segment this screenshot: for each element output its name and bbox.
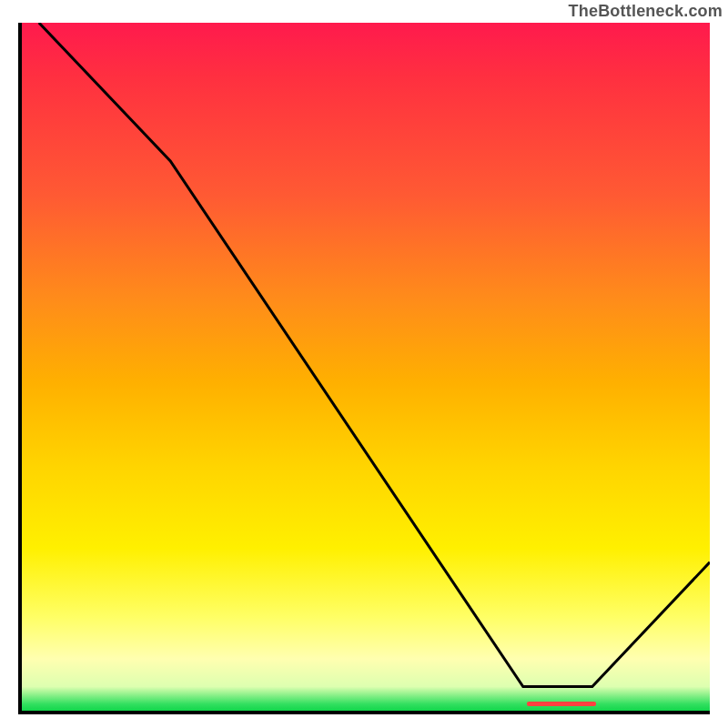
chart-container: TheBottleneck.com	[0, 0, 728, 728]
watermark-text: TheBottleneck.com	[569, 2, 723, 21]
curve-path	[39, 23, 710, 687]
optimal-range-marker	[527, 702, 596, 706]
bottleneck-curve	[18, 23, 710, 714]
plot-area	[18, 23, 710, 714]
